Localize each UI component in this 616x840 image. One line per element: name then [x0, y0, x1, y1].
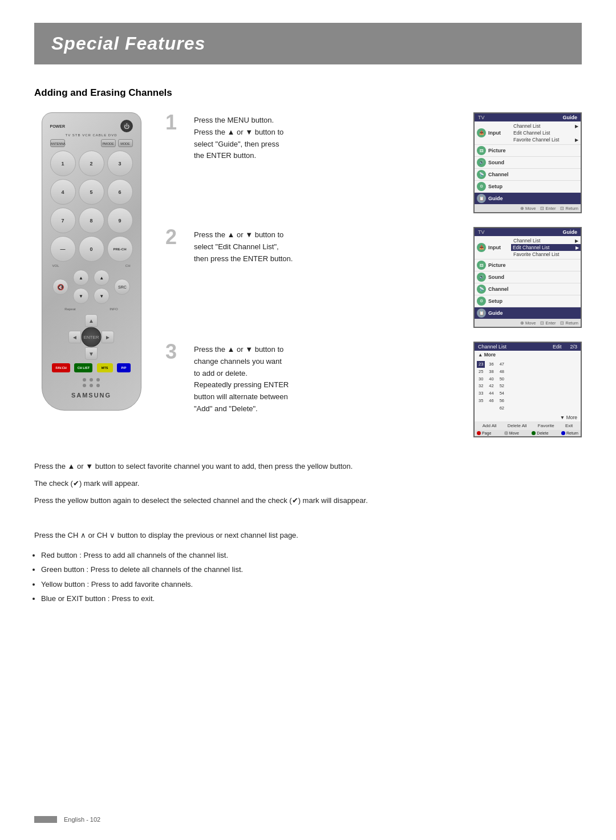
nav-cluster: ▲ ◄ ENTER ► ▼: [48, 314, 135, 360]
source-button[interactable]: SRC: [114, 279, 130, 295]
channel-label-2: Channel: [488, 286, 511, 292]
ch-item-23: 23: [477, 361, 485, 368]
dpad-left[interactable]: ◄: [68, 331, 81, 343]
red-dot: [477, 431, 481, 435]
setup-label-1: Setup: [488, 184, 511, 189]
bullet-4: Blue or EXIT button : Press to exit.: [41, 592, 582, 605]
remote-column: POWER TV STB VCR CABLE DVD ANTENNA PMODE…: [34, 112, 148, 451]
power-button[interactable]: [120, 120, 133, 132]
channel-list-item-2: Channel List ▶: [513, 237, 578, 244]
num-5[interactable]: 5: [79, 179, 104, 205]
num-1[interactable]: 1: [50, 151, 76, 176]
tv-row-picture-2: 🖼 Picture: [475, 259, 581, 271]
ch-list-button[interactable]: CH LIST: [74, 363, 92, 372]
remote-control: POWER TV STB VCR CABLE DVD ANTENNA PMODE…: [42, 112, 141, 411]
add-all-label: Add All: [483, 423, 497, 428]
prose-area: Press the ▲ or ▼ button to select favori…: [34, 460, 582, 541]
channel-icon-2: 📡: [477, 285, 486, 294]
ch-body: 23 25 30 32 33 35 36 38 40 42 44: [475, 359, 581, 413]
ch-up-button[interactable]: ▲: [94, 270, 110, 286]
mts-button[interactable]: MTS: [97, 363, 113, 372]
num-6[interactable]: 6: [107, 179, 133, 205]
ch-action-row: Add All Delete All Favorite Exit: [475, 421, 581, 430]
tv-row-setup-2: ⚙ Setup: [475, 295, 581, 307]
vol-up-button[interactable]: ▲: [73, 270, 89, 286]
vol-down-button[interactable]: ▼: [73, 288, 89, 304]
ch-item-47: 47: [498, 361, 506, 368]
ch-more-top: ▲ More: [475, 351, 581, 359]
footer-bar: [34, 816, 57, 823]
num-9[interactable]: 9: [107, 208, 133, 233]
ch-item-30: 30: [477, 376, 485, 383]
num-0[interactable]: 0: [79, 236, 104, 262]
ch-col-1: 23 25 30 32 33 35: [477, 361, 485, 411]
repeat-label: Repeat: [64, 307, 75, 311]
dpad-up[interactable]: ▲: [85, 314, 98, 327]
num-3[interactable]: 3: [107, 151, 133, 176]
input-label-2: Input: [488, 245, 511, 250]
picture-label-1: Picture: [488, 148, 511, 153]
num-2[interactable]: 2: [79, 151, 104, 176]
device-labels: TV STB VCR CABLE DVD: [48, 133, 135, 137]
setup-icon-2: ⚙: [477, 297, 486, 306]
samsung-brand: SAMSUNG: [48, 392, 135, 399]
channel-label-1: Channel: [488, 172, 511, 177]
enter-button[interactable]: ENTER: [82, 327, 102, 347]
dot-4: [83, 384, 86, 387]
footer-enter-1: ⊡ Enter: [540, 206, 556, 211]
pre-ch-button[interactable]: PRE-CH: [107, 236, 133, 262]
num-dash[interactable]: —: [50, 236, 76, 262]
ch-nav-return: Return: [561, 431, 578, 435]
ch-footer: Page Move Delete Return: [475, 430, 581, 436]
remote-wrapper: POWER TV STB VCR CABLE DVD ANTENNA PMODE…: [34, 112, 148, 411]
tv-label-2: TV: [478, 229, 485, 235]
tv-row-input-2: 📥 Input Channel List ▶ Edit Channel List…: [475, 236, 581, 259]
guide-label-1: Guide: [488, 196, 511, 201]
ch-down-button[interactable]: ▼: [94, 288, 110, 304]
step-1-block: 1 Press the MENU button. Press the ▲ or …: [165, 112, 582, 213]
dots-row-2: [48, 384, 135, 387]
step-2-number: 2: [165, 227, 183, 247]
sound-label-1: Sound: [488, 160, 511, 165]
setup-label-2: Setup: [488, 298, 511, 304]
step-2-block: 2 Press the ▲ or ▼ button to select "Edi…: [165, 227, 582, 328]
input-icon-1: 📥: [477, 128, 486, 137]
picture-icon-1: 🖼: [477, 146, 486, 155]
pip-button[interactable]: P/P: [117, 363, 131, 372]
ch-item-40: 40: [487, 376, 495, 383]
mute-button[interactable]: 🔇: [52, 279, 68, 295]
num-8[interactable]: 8: [79, 208, 104, 233]
bullet-3: Yellow button : Press to add favorite ch…: [41, 578, 582, 591]
ch-nav-delete: Delete: [532, 431, 548, 435]
prose-2: The check (✔) mark will appear.: [34, 477, 582, 490]
mode-group: PMODE MODE: [101, 139, 133, 147]
green-dot: [532, 431, 536, 435]
num-4[interactable]: 4: [50, 179, 76, 205]
dpad-down[interactable]: ▼: [85, 347, 98, 360]
edit-channel-item-2: Edit Channel List ▶: [511, 244, 581, 251]
dpad: ▲ ◄ ENTER ► ▼: [68, 314, 114, 360]
power-label: POWER: [50, 124, 65, 128]
mode-button[interactable]: MODE: [118, 139, 133, 147]
tv-row-channel-2: 📡 Channel: [475, 283, 581, 295]
tv-row-picture-1: 🖼 Picture: [475, 145, 581, 157]
step-3-number: 3: [165, 342, 183, 362]
ch-item-25: 25: [477, 368, 485, 375]
antenna-button[interactable]: ANTENNA: [50, 139, 65, 147]
dpad-right[interactable]: ►: [102, 331, 114, 343]
num-7[interactable]: 7: [50, 208, 76, 233]
ch-nav-page: Page: [477, 431, 491, 435]
ch-label: CH: [125, 264, 131, 267]
ch-item-35: 35: [477, 397, 485, 404]
footer-return-2: ⊡ Return: [560, 320, 578, 326]
fav-ch-button[interactable]: FAV.CH: [52, 363, 70, 372]
exit-label: Exit: [565, 423, 573, 428]
favorite-channel-item-2: Favorite Channel List: [513, 251, 578, 258]
tv-screen-1: TV Guide 📥 Input Channel List ▶ Edit Cha…: [473, 112, 582, 213]
step-3-screen: Channel List Edit 2/3 ▲ More 23 25 30 32…: [473, 342, 582, 437]
ch-item-44: 44: [487, 390, 495, 397]
tv-title-1: Guide: [562, 115, 577, 120]
page-footer: English - 102: [34, 816, 100, 823]
pmode-button[interactable]: PMODE: [101, 139, 116, 147]
ch-item-38: 38: [487, 368, 495, 375]
